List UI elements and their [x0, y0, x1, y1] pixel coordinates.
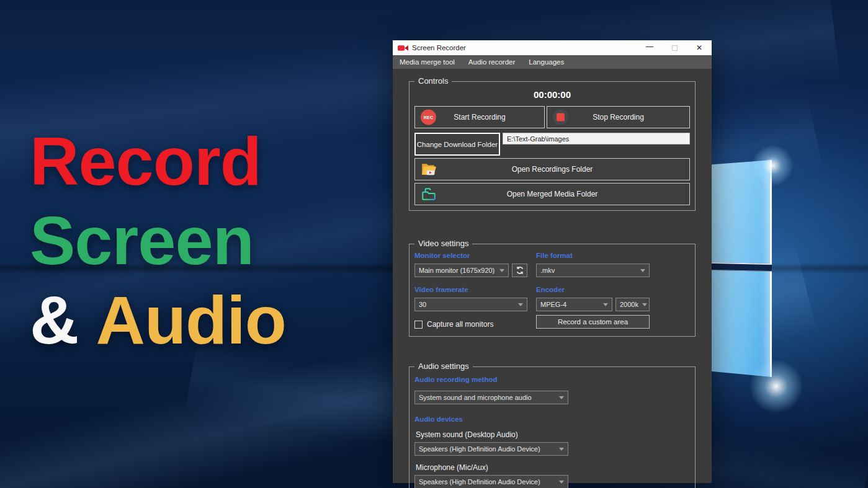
menu-bar: Media merge tool Audio recorder Language… [393, 55, 712, 69]
system-sound-dropdown[interactable]: Speakers (High Definition Audio Device) [414, 442, 568, 456]
sparkle [748, 358, 804, 414]
file-format-dropdown[interactable]: .mkv [536, 264, 650, 277]
stop-recording-button[interactable]: Stop Recording [547, 106, 690, 128]
video-settings-group: Video settings Monitor selector Main mon… [409, 244, 696, 337]
menu-languages[interactable]: Languages [522, 55, 571, 69]
video-framerate-dropdown[interactable]: 30 [414, 298, 527, 311]
app-camera-icon [398, 45, 408, 51]
microphone-label: Microphone (Mic/Aux) [416, 463, 690, 472]
window-title: Screen Recorder [412, 44, 637, 51]
screen-recorder-window: Screen Recorder — ✕ Media merge tool Aud… [393, 40, 712, 471]
hero-line-screen: Screen [30, 201, 286, 280]
open-merged-media-folder-button[interactable]: Open Merged Media Folder [414, 183, 690, 205]
chevron-down-icon [603, 303, 608, 306]
record-custom-area-button[interactable]: Record a custom area [536, 315, 650, 329]
chevron-down-icon [642, 303, 647, 306]
monitor-selector-value: Main monitor (1675x920) [419, 267, 494, 274]
file-format-label: File format [536, 252, 650, 259]
refresh-icon [516, 266, 524, 275]
controls-group: Controls 00:00:00 REC Start Recording St… [409, 81, 696, 211]
system-sound-value: Speakers (High Definition Audio Device) [419, 445, 540, 453]
open-merged-media-folder-label: Open Merged Media Folder [507, 190, 598, 198]
download-path-input[interactable] [503, 133, 690, 144]
open-recordings-folder-button[interactable]: Open Recordings Folder [414, 158, 690, 180]
title-bar: Screen Recorder — ✕ [393, 40, 712, 55]
file-format-value: .mkv [540, 267, 555, 274]
refresh-monitors-button[interactable] [512, 264, 527, 277]
menu-media-merge-tool[interactable]: Media merge tool [393, 55, 462, 69]
monitor-selector-dropdown[interactable]: Main monitor (1675x920) [414, 264, 509, 277]
bitrate-dropdown[interactable]: 2000k [615, 298, 650, 311]
change-download-folder-button[interactable]: Change Download Folder [414, 133, 500, 156]
capture-all-monitors-label: Capture all monitors [427, 320, 493, 329]
client-area: Controls 00:00:00 REC Start Recording St… [393, 81, 712, 483]
stop-recording-label: Stop Recording [593, 113, 644, 122]
recordings-folder-icon [421, 161, 437, 177]
hero-caption: Record Screen &Audio [30, 122, 286, 360]
audio-devices-label: Audio devices [414, 415, 690, 423]
video-framerate-label: Video framerate [414, 286, 527, 293]
audio-recording-method-value: System sound and microphone audio [419, 394, 532, 401]
video-framerate-value: 30 [419, 301, 426, 308]
monitor-selector-label: Monitor selector [414, 252, 527, 259]
video-settings-group-label: Video settings [414, 239, 472, 248]
microphone-dropdown[interactable]: Speakers (High Definition Audio Device) [414, 475, 568, 488]
audio-recording-method-dropdown[interactable]: System sound and microphone audio [414, 391, 568, 404]
hero-line-audio: &Audio [30, 280, 286, 360]
merged-media-folder-icon [421, 186, 437, 202]
chevron-down-icon [559, 481, 564, 484]
video-left-column: Monitor selector Main monitor (1675x920) [414, 249, 527, 329]
recording-timer: 00:00:00 [414, 87, 690, 106]
menu-audio-recorder[interactable]: Audio recorder [462, 55, 522, 69]
encoder-dropdown[interactable]: MPEG-4 [536, 298, 612, 311]
start-recording-label: Start Recording [454, 113, 505, 122]
hero-line-record: Record [30, 122, 286, 201]
system-sound-label: System sound (Desktop Audio) [416, 430, 690, 439]
chevron-down-icon [499, 269, 504, 272]
record-buttons-row: REC Start Recording Stop Recording [414, 106, 690, 128]
audio-settings-group: Audio settings Audio recording method Sy… [409, 366, 696, 488]
capture-all-monitors-checkbox[interactable] [414, 321, 423, 329]
encoder-label: Encoder [536, 286, 650, 293]
ampersand: & [30, 282, 78, 358]
chevron-down-icon [518, 303, 523, 306]
chevron-down-icon [559, 448, 564, 451]
maximize-button[interactable] [662, 40, 687, 55]
download-folder-row: Change Download Folder [414, 133, 690, 156]
hero-word-audio: Audio [96, 282, 286, 358]
start-recording-button[interactable]: REC Start Recording [414, 106, 545, 128]
encoder-value: MPEG-4 [540, 301, 566, 308]
chevron-down-icon [640, 269, 645, 272]
chevron-down-icon [559, 396, 564, 399]
close-button[interactable]: ✕ [687, 40, 712, 55]
sparkle [751, 144, 794, 187]
open-recordings-folder-label: Open Recordings Folder [512, 165, 593, 174]
audio-recording-method-label: Audio recording method [414, 376, 690, 383]
bitrate-value: 2000k [620, 301, 638, 308]
audio-settings-group-label: Audio settings [414, 362, 473, 371]
controls-group-label: Controls [414, 76, 452, 86]
desktop-wallpaper: Record Screen &Audio Screen Recorder — ✕… [0, 0, 868, 488]
video-right-column: File format .mkv Encoder MPEG-4 [536, 249, 650, 329]
minimize-button[interactable]: — [637, 40, 662, 55]
stop-icon [553, 110, 568, 125]
rec-icon: REC [421, 110, 436, 125]
microphone-value: Speakers (High Definition Audio Device) [419, 478, 540, 486]
